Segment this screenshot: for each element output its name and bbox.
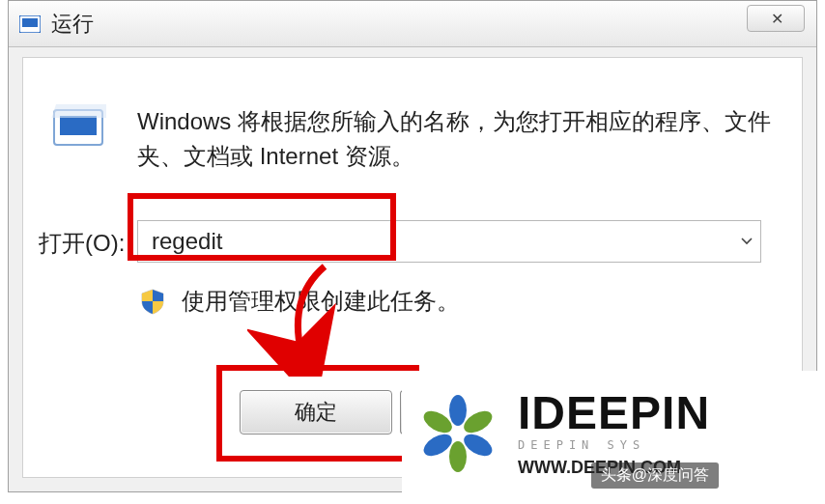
ok-button[interactable]: 确定	[240, 390, 392, 434]
open-input[interactable]	[138, 221, 733, 262]
run-title-icon	[18, 13, 42, 36]
svg-point-5	[449, 395, 467, 426]
svg-point-8	[449, 441, 467, 472]
annotation-arrow-icon	[247, 261, 373, 377]
svg-rect-1	[22, 18, 38, 27]
svg-rect-3	[60, 116, 97, 135]
svg-rect-4	[51, 104, 106, 118]
attribution-badge: 头条@深度问答	[591, 462, 719, 489]
admin-privilege-row: 使用管理权限创建此任务。	[139, 286, 460, 317]
dialog-description: Windows 将根据您所输入的名称，为您打开相应的程序、文件夹、文档或 Int…	[137, 104, 773, 174]
watermark-tagline: DEEPIN SYS	[518, 438, 710, 452]
close-button[interactable]: ✕	[747, 5, 805, 32]
titlebar: 运行 ✕	[9, 1, 816, 47]
dropdown-arrow-icon[interactable]	[733, 221, 760, 262]
dialog-title: 运行	[51, 10, 94, 39]
open-label: 打开(O):	[39, 228, 125, 259]
admin-privilege-text: 使用管理权限创建此任务。	[182, 286, 460, 317]
run-body-icon	[50, 104, 106, 151]
open-combobox[interactable]	[137, 220, 761, 263]
watermark-brand: IDEEPIN	[518, 390, 710, 436]
close-icon: ✕	[771, 10, 782, 28]
watermark-logo-icon	[412, 387, 504, 480]
shield-icon	[139, 288, 166, 315]
ok-button-label: 确定	[295, 398, 337, 427]
